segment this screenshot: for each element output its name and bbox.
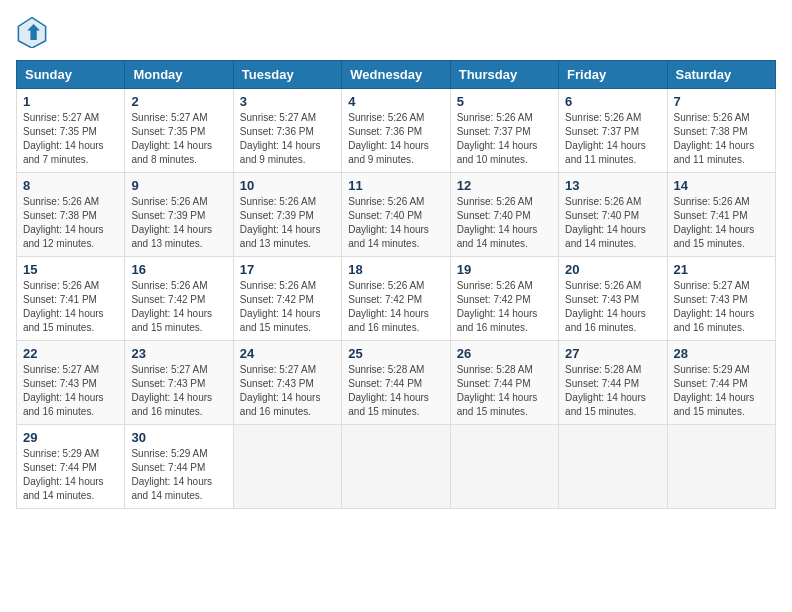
calendar-week-row: 1Sunrise: 5:27 AM Sunset: 7:35 PM Daylig… [17, 89, 776, 173]
calendar-day: 11Sunrise: 5:26 AM Sunset: 7:40 PM Dayli… [342, 173, 450, 257]
calendar-day: 9Sunrise: 5:26 AM Sunset: 7:39 PM Daylig… [125, 173, 233, 257]
calendar-day: 25Sunrise: 5:28 AM Sunset: 7:44 PM Dayli… [342, 341, 450, 425]
day-number: 8 [23, 178, 118, 193]
calendar-day: 14Sunrise: 5:26 AM Sunset: 7:41 PM Dayli… [667, 173, 775, 257]
day-number: 2 [131, 94, 226, 109]
day-number: 24 [240, 346, 335, 361]
day-number: 9 [131, 178, 226, 193]
day-info: Sunrise: 5:29 AM Sunset: 7:44 PM Dayligh… [674, 363, 769, 419]
calendar-day: 20Sunrise: 5:26 AM Sunset: 7:43 PM Dayli… [559, 257, 667, 341]
calendar-day: 12Sunrise: 5:26 AM Sunset: 7:40 PM Dayli… [450, 173, 558, 257]
day-number: 11 [348, 178, 443, 193]
day-info: Sunrise: 5:26 AM Sunset: 7:42 PM Dayligh… [457, 279, 552, 335]
day-number: 4 [348, 94, 443, 109]
day-number: 30 [131, 430, 226, 445]
weekday-header: Saturday [667, 61, 775, 89]
calendar-day: 7Sunrise: 5:26 AM Sunset: 7:38 PM Daylig… [667, 89, 775, 173]
calendar-day: 16Sunrise: 5:26 AM Sunset: 7:42 PM Dayli… [125, 257, 233, 341]
day-info: Sunrise: 5:26 AM Sunset: 7:39 PM Dayligh… [240, 195, 335, 251]
day-number: 23 [131, 346, 226, 361]
calendar-day: 28Sunrise: 5:29 AM Sunset: 7:44 PM Dayli… [667, 341, 775, 425]
day-number: 10 [240, 178, 335, 193]
day-info: Sunrise: 5:27 AM Sunset: 7:35 PM Dayligh… [131, 111, 226, 167]
empty-day [450, 425, 558, 509]
day-number: 18 [348, 262, 443, 277]
day-number: 21 [674, 262, 769, 277]
day-number: 22 [23, 346, 118, 361]
weekday-header: Monday [125, 61, 233, 89]
day-number: 25 [348, 346, 443, 361]
day-info: Sunrise: 5:26 AM Sunset: 7:43 PM Dayligh… [565, 279, 660, 335]
logo-icon [16, 16, 48, 48]
day-info: Sunrise: 5:26 AM Sunset: 7:40 PM Dayligh… [565, 195, 660, 251]
calendar-day: 22Sunrise: 5:27 AM Sunset: 7:43 PM Dayli… [17, 341, 125, 425]
calendar-day: 19Sunrise: 5:26 AM Sunset: 7:42 PM Dayli… [450, 257, 558, 341]
day-info: Sunrise: 5:29 AM Sunset: 7:44 PM Dayligh… [23, 447, 118, 503]
weekday-header: Sunday [17, 61, 125, 89]
day-number: 27 [565, 346, 660, 361]
day-info: Sunrise: 5:27 AM Sunset: 7:43 PM Dayligh… [23, 363, 118, 419]
calendar-day: 18Sunrise: 5:26 AM Sunset: 7:42 PM Dayli… [342, 257, 450, 341]
calendar-week-row: 15Sunrise: 5:26 AM Sunset: 7:41 PM Dayli… [17, 257, 776, 341]
weekday-header: Wednesday [342, 61, 450, 89]
day-number: 12 [457, 178, 552, 193]
day-number: 6 [565, 94, 660, 109]
day-info: Sunrise: 5:26 AM Sunset: 7:38 PM Dayligh… [674, 111, 769, 167]
weekday-header: Tuesday [233, 61, 341, 89]
day-info: Sunrise: 5:26 AM Sunset: 7:41 PM Dayligh… [23, 279, 118, 335]
calendar-week-row: 8Sunrise: 5:26 AM Sunset: 7:38 PM Daylig… [17, 173, 776, 257]
day-number: 15 [23, 262, 118, 277]
day-info: Sunrise: 5:28 AM Sunset: 7:44 PM Dayligh… [457, 363, 552, 419]
weekday-header: Friday [559, 61, 667, 89]
weekday-header: Thursday [450, 61, 558, 89]
calendar-week-row: 29Sunrise: 5:29 AM Sunset: 7:44 PM Dayli… [17, 425, 776, 509]
empty-day [342, 425, 450, 509]
day-info: Sunrise: 5:26 AM Sunset: 7:37 PM Dayligh… [565, 111, 660, 167]
calendar-day: 21Sunrise: 5:27 AM Sunset: 7:43 PM Dayli… [667, 257, 775, 341]
day-number: 17 [240, 262, 335, 277]
calendar-day: 3Sunrise: 5:27 AM Sunset: 7:36 PM Daylig… [233, 89, 341, 173]
calendar-day: 13Sunrise: 5:26 AM Sunset: 7:40 PM Dayli… [559, 173, 667, 257]
calendar-table: SundayMondayTuesdayWednesdayThursdayFrid… [16, 60, 776, 509]
calendar-day: 29Sunrise: 5:29 AM Sunset: 7:44 PM Dayli… [17, 425, 125, 509]
day-info: Sunrise: 5:27 AM Sunset: 7:43 PM Dayligh… [240, 363, 335, 419]
day-info: Sunrise: 5:26 AM Sunset: 7:37 PM Dayligh… [457, 111, 552, 167]
day-info: Sunrise: 5:26 AM Sunset: 7:39 PM Dayligh… [131, 195, 226, 251]
day-info: Sunrise: 5:27 AM Sunset: 7:35 PM Dayligh… [23, 111, 118, 167]
day-info: Sunrise: 5:26 AM Sunset: 7:40 PM Dayligh… [348, 195, 443, 251]
day-number: 1 [23, 94, 118, 109]
day-info: Sunrise: 5:26 AM Sunset: 7:42 PM Dayligh… [240, 279, 335, 335]
calendar-day: 5Sunrise: 5:26 AM Sunset: 7:37 PM Daylig… [450, 89, 558, 173]
calendar-day: 27Sunrise: 5:28 AM Sunset: 7:44 PM Dayli… [559, 341, 667, 425]
day-number: 20 [565, 262, 660, 277]
day-number: 26 [457, 346, 552, 361]
day-number: 19 [457, 262, 552, 277]
calendar-day: 15Sunrise: 5:26 AM Sunset: 7:41 PM Dayli… [17, 257, 125, 341]
day-info: Sunrise: 5:26 AM Sunset: 7:40 PM Dayligh… [457, 195, 552, 251]
day-number: 5 [457, 94, 552, 109]
day-number: 28 [674, 346, 769, 361]
day-info: Sunrise: 5:29 AM Sunset: 7:44 PM Dayligh… [131, 447, 226, 503]
day-info: Sunrise: 5:27 AM Sunset: 7:43 PM Dayligh… [131, 363, 226, 419]
calendar-day: 4Sunrise: 5:26 AM Sunset: 7:36 PM Daylig… [342, 89, 450, 173]
calendar-day: 8Sunrise: 5:26 AM Sunset: 7:38 PM Daylig… [17, 173, 125, 257]
calendar-header-row: SundayMondayTuesdayWednesdayThursdayFrid… [17, 61, 776, 89]
day-info: Sunrise: 5:28 AM Sunset: 7:44 PM Dayligh… [348, 363, 443, 419]
calendar-day: 10Sunrise: 5:26 AM Sunset: 7:39 PM Dayli… [233, 173, 341, 257]
day-number: 29 [23, 430, 118, 445]
day-info: Sunrise: 5:27 AM Sunset: 7:43 PM Dayligh… [674, 279, 769, 335]
day-number: 16 [131, 262, 226, 277]
day-number: 13 [565, 178, 660, 193]
day-number: 14 [674, 178, 769, 193]
calendar-day: 23Sunrise: 5:27 AM Sunset: 7:43 PM Dayli… [125, 341, 233, 425]
page-header [16, 16, 776, 48]
calendar-day: 6Sunrise: 5:26 AM Sunset: 7:37 PM Daylig… [559, 89, 667, 173]
empty-day [233, 425, 341, 509]
day-info: Sunrise: 5:26 AM Sunset: 7:42 PM Dayligh… [131, 279, 226, 335]
calendar-day: 24Sunrise: 5:27 AM Sunset: 7:43 PM Dayli… [233, 341, 341, 425]
calendar-day: 1Sunrise: 5:27 AM Sunset: 7:35 PM Daylig… [17, 89, 125, 173]
day-info: Sunrise: 5:27 AM Sunset: 7:36 PM Dayligh… [240, 111, 335, 167]
calendar-day: 26Sunrise: 5:28 AM Sunset: 7:44 PM Dayli… [450, 341, 558, 425]
empty-day [559, 425, 667, 509]
calendar-day: 30Sunrise: 5:29 AM Sunset: 7:44 PM Dayli… [125, 425, 233, 509]
